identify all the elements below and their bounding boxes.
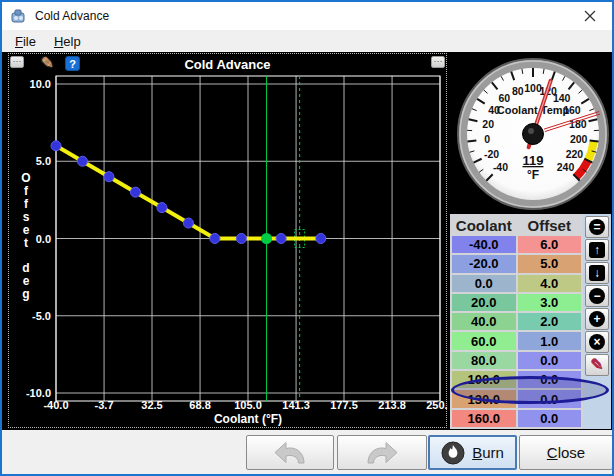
coolant-cell[interactable]: 160.0 bbox=[452, 410, 516, 427]
svg-text:10.0: 10.0 bbox=[30, 78, 51, 90]
svg-text:240: 240 bbox=[557, 161, 575, 173]
table-row: -40.06.0 bbox=[452, 236, 581, 253]
offset-cell[interactable]: 4.0 bbox=[518, 275, 582, 292]
live-value-point bbox=[261, 233, 272, 244]
table-header-row: Coolant Offset bbox=[452, 216, 581, 234]
panel-drag-handle-left[interactable]: ··· bbox=[10, 56, 24, 68]
close-label: Close bbox=[547, 444, 585, 461]
offset-cell[interactable]: 3.0 bbox=[518, 294, 582, 311]
curve-point[interactable] bbox=[276, 234, 286, 244]
gauge-units: °F bbox=[527, 168, 539, 182]
decrement-icon: ↓ bbox=[589, 265, 605, 281]
table-row: 80.00.0 bbox=[452, 352, 581, 369]
curve-point[interactable] bbox=[130, 187, 140, 197]
coolant-cell[interactable]: 80.0 bbox=[452, 352, 516, 369]
undo-button[interactable] bbox=[246, 435, 334, 470]
table-row: -20.05.0 bbox=[452, 255, 581, 272]
menu-help[interactable]: Help bbox=[45, 32, 90, 51]
right-panel: -40-20020406080100120140160180200220240C… bbox=[450, 53, 611, 429]
coolant-cell[interactable]: 0.0 bbox=[452, 275, 516, 292]
svg-text:-40.0: -40.0 bbox=[43, 399, 68, 411]
footer: Burn Close bbox=[2, 430, 612, 474]
flame-icon bbox=[441, 441, 465, 465]
add-icon: + bbox=[589, 311, 605, 327]
edit-icon: ✎ bbox=[589, 357, 605, 373]
table-increment-button[interactable]: ↑ bbox=[585, 239, 609, 261]
svg-text:20: 20 bbox=[482, 118, 494, 130]
svg-text:200: 200 bbox=[570, 133, 588, 145]
svg-text:0.0: 0.0 bbox=[36, 233, 51, 245]
svg-text:-40: -40 bbox=[493, 161, 508, 173]
menu-file[interactable]: File bbox=[6, 32, 45, 51]
curve-editor-panel: -40.0-3.732.568.8105.0141.3177.5213.8250… bbox=[8, 53, 447, 428]
svg-text:220: 220 bbox=[566, 148, 584, 160]
curve-point[interactable] bbox=[183, 218, 193, 228]
coolant-cell[interactable]: 20.0 bbox=[452, 294, 516, 311]
svg-text:0: 0 bbox=[484, 133, 490, 145]
table-set-equal-button[interactable]: = bbox=[585, 216, 609, 238]
close-icon bbox=[584, 10, 596, 22]
help-icon[interactable]: ? bbox=[65, 56, 80, 71]
table-row: 40.02.0 bbox=[452, 313, 581, 330]
curve-point[interactable] bbox=[157, 203, 167, 213]
window-title: Cold Advance bbox=[35, 9, 109, 23]
curve-point[interactable] bbox=[77, 156, 87, 166]
table-row: 20.03.0 bbox=[452, 294, 581, 311]
offset-cell[interactable]: 1.0 bbox=[518, 332, 582, 349]
svg-text:-10.0: -10.0 bbox=[26, 387, 51, 399]
table-row: 0.04.0 bbox=[452, 275, 581, 292]
offset-column-header: Offset bbox=[518, 216, 582, 234]
table-row: 160.00.0 bbox=[452, 410, 581, 427]
svg-text:105.0: 105.0 bbox=[234, 399, 262, 411]
coolant-cell[interactable]: -20.0 bbox=[452, 255, 516, 272]
offset-cell[interactable]: 5.0 bbox=[518, 255, 582, 272]
coolant-cell[interactable]: -40.0 bbox=[452, 236, 516, 253]
table-edit-button[interactable]: ✎ bbox=[585, 354, 609, 376]
coolant-column-header: Coolant bbox=[452, 216, 516, 234]
menubar: File Help bbox=[2, 30, 612, 52]
curve-edit-icon[interactable]: ✎ bbox=[41, 54, 54, 72]
multiply-icon: × bbox=[589, 334, 605, 350]
redo-button[interactable] bbox=[337, 435, 427, 470]
coolant-cell[interactable]: 60.0 bbox=[452, 332, 516, 349]
gauge-dial: -40-20020406080100120140160180200220240C… bbox=[450, 53, 611, 214]
offset-cell[interactable]: 0.0 bbox=[518, 352, 582, 369]
dialog-content: -40.0-3.732.568.8105.0141.3177.5213.8250… bbox=[2, 52, 612, 430]
table-multiply-button[interactable]: × bbox=[585, 331, 609, 353]
subtract-icon: − bbox=[589, 288, 605, 304]
close-button[interactable]: Close bbox=[519, 435, 613, 470]
svg-text:-5.0: -5.0 bbox=[32, 310, 51, 322]
curve-point[interactable] bbox=[316, 234, 326, 244]
svg-text:213.8: 213.8 bbox=[378, 399, 406, 411]
curve-chart[interactable]: -40.0-3.732.568.8105.0141.3177.5213.8250… bbox=[9, 54, 448, 427]
gauge-value: 119 bbox=[523, 153, 544, 168]
svg-text:68.8: 68.8 bbox=[189, 399, 210, 411]
app-icon bbox=[10, 8, 27, 25]
window-close-button[interactable] bbox=[568, 2, 612, 30]
table-subtract-button[interactable]: − bbox=[585, 285, 609, 307]
active-row-highlight bbox=[451, 376, 609, 404]
svg-text:5.0: 5.0 bbox=[36, 155, 51, 167]
curve-point[interactable] bbox=[104, 172, 114, 182]
panel-drag-handle-right[interactable]: ··· bbox=[431, 56, 445, 68]
offset-cell[interactable]: 6.0 bbox=[518, 236, 582, 253]
svg-text:80: 80 bbox=[512, 85, 524, 97]
burn-label: Burn bbox=[472, 444, 504, 461]
curve-point[interactable] bbox=[51, 141, 61, 151]
curve-point[interactable] bbox=[210, 234, 220, 244]
svg-text:Coolant (°F): Coolant (°F) bbox=[214, 412, 282, 426]
curve-point[interactable] bbox=[236, 234, 246, 244]
svg-text:177.5: 177.5 bbox=[330, 399, 358, 411]
table-decrement-button[interactable]: ↓ bbox=[585, 262, 609, 284]
offset-cell[interactable]: 2.0 bbox=[518, 313, 582, 330]
offset-cell[interactable]: 0.0 bbox=[518, 410, 582, 427]
svg-text:140: 140 bbox=[553, 92, 571, 104]
cold-advance-window: Cold Advance File Help -40.0-3.732.568.8… bbox=[0, 0, 614, 476]
titlebar[interactable]: Cold Advance bbox=[2, 2, 612, 30]
svg-text:60: 60 bbox=[498, 92, 510, 104]
table-add-button[interactable]: + bbox=[585, 308, 609, 330]
coolant-temp-gauge: -40-20020406080100120140160180200220240C… bbox=[450, 53, 611, 214]
gauge-title: Coolant Temp bbox=[497, 104, 570, 116]
coolant-cell[interactable]: 40.0 bbox=[452, 313, 516, 330]
burn-button[interactable]: Burn bbox=[428, 435, 517, 470]
